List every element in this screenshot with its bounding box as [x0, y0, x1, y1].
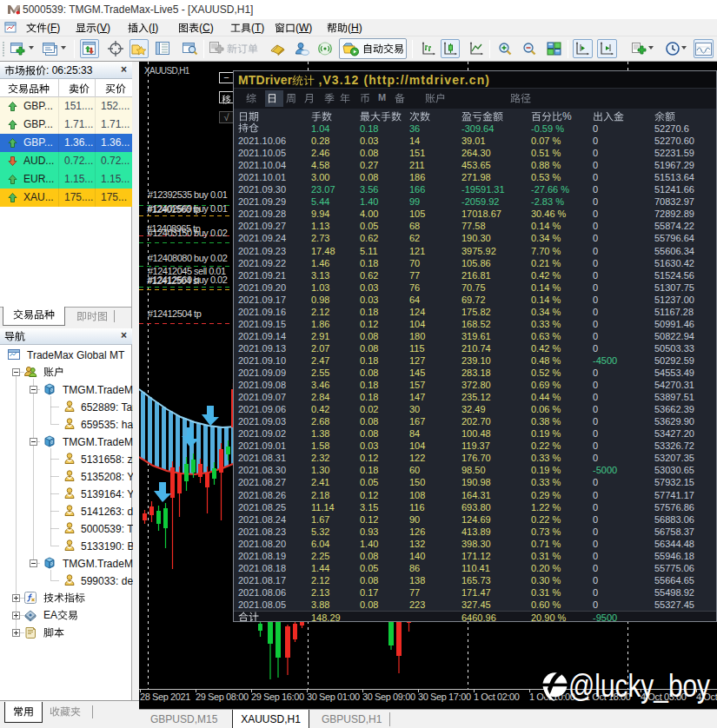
svg-text:29 Sep 08:00: 29 Sep 08:00 [196, 692, 249, 702]
svg-text:30 Sep 01:00: 30 Sep 01:00 [307, 692, 360, 702]
svg-text:30 Sep 17:00: 30 Sep 17:00 [418, 692, 471, 702]
svg-text:@lucky_boy: @lucky_boy [568, 668, 710, 704]
svg-text:1 Oct 02:00: 1 Oct 02:00 [474, 692, 520, 702]
svg-text:28 Sep 2021: 28 Sep 2021 [140, 692, 190, 702]
svg-text:#12412504 tp: #12412504 tp [148, 308, 202, 319]
svg-text:#12401560 tp: #12401560 tp [147, 204, 201, 215]
svg-text:29 Sep 16:00: 29 Sep 16:00 [251, 692, 304, 702]
svg-text:#12408080 buy 0.02: #12408080 buy 0.02 [148, 253, 228, 263]
svg-text:#12392535 buy 0.01: #12392535 buy 0.01 [148, 189, 228, 200]
svg-text:XAUUSD,H1: XAUUSD,H1 [144, 66, 190, 76]
svg-text:#12403150 buy 0.02: #12403150 buy 0.02 [148, 228, 228, 238]
svg-text:30 Sep 09:00: 30 Sep 09:00 [362, 692, 415, 702]
svg-text:#12412504 sl: #12412504 sl [147, 275, 199, 286]
